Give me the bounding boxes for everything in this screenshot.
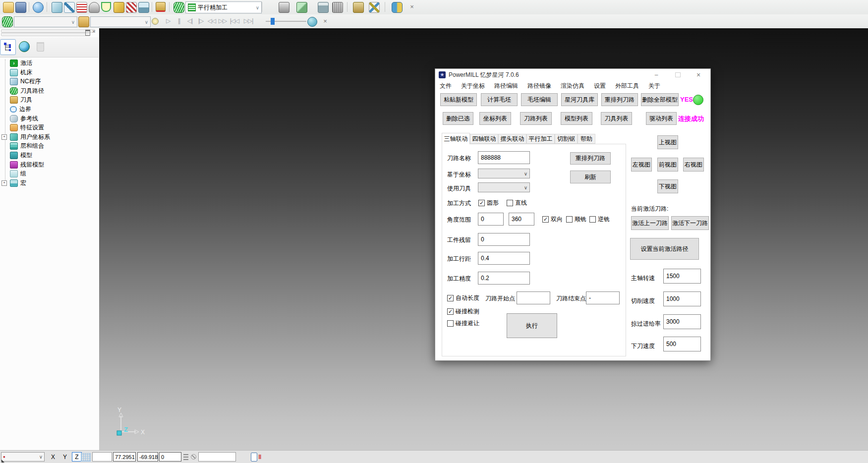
tool-arc-icon[interactable] [156,2,166,12]
cutting-feed-input[interactable]: 1000 [663,291,701,306]
activate-prev-toolpath-button[interactable]: 激活上一刀路 [631,216,669,230]
ruler-icon[interactable] [332,2,343,13]
simulation-clock-icon[interactable] [307,17,317,27]
view-left-button[interactable]: 左视图 [631,158,652,172]
spindle-speed-input[interactable]: 1500 [663,269,701,284]
tool-holder-icon[interactable] [138,2,149,13]
active-strategy-combo[interactable]: 平行精加工 ∨ [185,1,262,13]
checkbox-circle[interactable]: ✓ 圆形 [478,199,499,207]
tree-item-boundaries[interactable]: 边界 [0,105,98,114]
tree-item-groups[interactable]: 组 [0,169,98,178]
toolbar-close-icon[interactable]: × [321,17,329,25]
tree-item-workplanes[interactable]: + 用户坐标系 [0,132,98,141]
transform-arrows-icon[interactable] [369,2,380,13]
stepover-input[interactable]: 0.4 [478,252,530,265]
block-edit-button[interactable]: 毛坯编辑 [521,93,558,106]
tab-3axis[interactable]: 三轴联动 [442,133,470,144]
checkbox-collision-check[interactable]: ✓ 碰撞检测 [447,307,479,316]
tree-item-models[interactable]: 模型 [0,151,98,160]
end-point-input[interactable]: - [586,291,620,304]
checkbox-auto-length[interactable]: ✓ 自动长度 [447,294,479,302]
start-point-input[interactable] [517,291,550,304]
refresh-button[interactable]: 刷新 [570,171,611,183]
menu-path-edit[interactable]: 路径编辑 [494,82,518,90]
drive-list-button[interactable]: 驱动列表 [646,112,677,125]
execute-button[interactable]: 执行 [507,313,557,338]
panel-restore-icon[interactable] [85,30,90,36]
tolerance-input[interactable]: 0.2 [478,272,530,285]
explorer-tree-tab[interactable] [0,39,16,55]
chevron-down-icon[interactable]: ∨ [256,5,259,10]
paste-new-model-button[interactable]: 粘贴新模型 [440,93,477,106]
save-icon[interactable] [15,2,26,13]
leads-links-icon[interactable] [64,2,75,13]
set-active-path-button[interactable]: 设置当前激活路径 [630,238,699,260]
chevron-down-icon[interactable]: ∨ [71,19,75,25]
play-icon[interactable]: ▷ [163,17,174,25]
tree-item-macros[interactable]: + 宏 [0,178,98,187]
measure-field[interactable] [198,452,236,462]
rearrange-button[interactable]: 重排列刀路 [570,152,611,165]
tree-item-stock-models[interactable]: 残留模型 [0,160,98,169]
tool-library-button[interactable]: 星河刀具库 [561,93,598,106]
menu-file[interactable]: 文件 [440,82,452,90]
locate-point-icon[interactable] [191,454,196,460]
checkbox-line[interactable]: 直线 [507,199,527,207]
sim-tool-icon[interactable] [78,16,89,27]
tab-saw[interactable]: 切割锯 [555,134,578,144]
maximize-button[interactable] [674,71,682,79]
pause-icon[interactable]: || [174,17,184,25]
compare-models-icon[interactable] [392,2,403,13]
ball-tool-icon[interactable] [89,2,100,13]
view-bottom-button[interactable]: 下视图 [657,179,678,193]
axis-z-button[interactable]: Z [72,452,82,462]
clipboard-pause-icon[interactable] [251,453,257,462]
grid-snap-icon[interactable] [81,453,91,462]
menu-about[interactable]: 关于 [648,82,660,90]
tab-4axis[interactable]: 四轴联动 [470,134,498,144]
calculator-icon[interactable] [318,2,329,13]
stock-remain-input[interactable]: 0 [478,233,530,246]
block-icon[interactable] [52,2,62,13]
sim-tool-combo[interactable]: ∨ [90,16,151,27]
grid-size-field[interactable] [92,452,112,462]
rearrange-toolpaths-button[interactable]: 重排列刀路 [601,93,638,106]
chevron-down-icon[interactable]: ∨ [39,454,43,460]
menu-path-mirror[interactable]: 路径镜像 [527,82,551,90]
menu-external-tools[interactable]: 外部工具 [615,82,639,90]
view-front-button[interactable]: 前视图 [657,158,678,172]
pattern-pencil-icon[interactable] [114,2,124,13]
expand-icon[interactable]: + [1,180,7,186]
toolpath-name-input[interactable]: 888888 [478,151,530,164]
delete-selected-button[interactable]: 删除已选 [443,112,473,125]
panel-grip[interactable] [1,29,95,33]
delete-all-models-button[interactable]: 删除全部模型 [641,93,679,106]
axis-y-button[interactable]: Y [60,452,70,462]
shaded-view-icon[interactable] [33,2,44,13]
tool-list-button[interactable]: 刀具列表 [601,112,632,125]
coord-y-field[interactable]: -69.918 [137,452,158,462]
coord-x-field[interactable]: 77.2951 [113,452,136,462]
use-tool-select[interactable]: ∨ [478,182,530,192]
toolpath-spring-icon[interactable] [174,2,184,13]
toolbar-close-icon[interactable]: × [408,2,416,10]
tab-help[interactable]: 帮助 [578,134,595,144]
tree-item-levels-sets[interactable]: 层和组合 [0,141,98,150]
checkbox-conventional-mill[interactable]: 逆铣 [589,215,610,224]
chevron-down-icon[interactable]: ∨ [145,19,148,25]
toolpath-strategy-icon[interactable] [76,2,87,13]
model-list-button[interactable]: 模型列表 [561,112,592,125]
menu-settings[interactable]: 设置 [594,82,606,90]
tree-item-feature-sets[interactable]: 特征设置 [0,123,98,132]
status-dropdown[interactable]: ● ∨ [1,452,45,462]
tree-item-tools[interactable]: 刀具 [0,95,98,104]
view-right-button[interactable]: 右视图 [683,158,704,172]
coord-list-button[interactable]: 坐标列表 [479,112,511,125]
checkbox-climb-mill[interactable]: 顺铣 [566,215,586,224]
tree-item-activate[interactable]: › 激活 [0,58,98,67]
panel-grip[interactable] [1,33,90,36]
axis-x-button[interactable]: X [48,452,58,462]
tab-parallel[interactable]: 平行加工 [526,134,555,144]
close-button[interactable]: × [694,71,702,79]
panel-close-icon[interactable]: × [92,29,95,34]
